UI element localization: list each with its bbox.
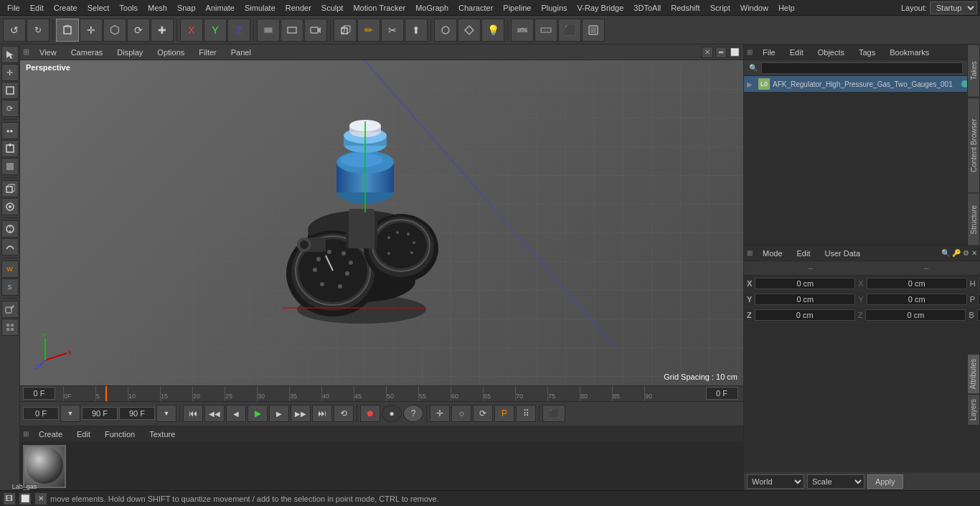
undo-btn[interactable]: ↺ — [3, 19, 26, 42]
x-pos-input[interactable] — [755, 278, 855, 289]
viewport-cameras-menu[interactable]: Cameras — [67, 47, 108, 57]
rotate-mode-btn[interactable]: ⟳ — [1, 100, 19, 117]
move-btn[interactable]: ✛ — [80, 19, 103, 42]
menu-redshift[interactable]: Redshift — [666, 2, 704, 14]
menu-3dtoall[interactable]: 3DToAll — [629, 2, 665, 14]
knife-btn[interactable]: ✂ — [381, 19, 404, 42]
menu-sculpt[interactable]: Sculpt — [317, 2, 348, 14]
menu-animate[interactable]: Animate — [202, 2, 239, 14]
attr-userdata-menu[interactable]: User Data — [821, 248, 865, 258]
viewport-display-menu[interactable]: Display — [113, 47, 147, 57]
menu-plugins[interactable]: Plugins — [537, 2, 571, 14]
z-rot-input[interactable] — [865, 309, 966, 321]
viewport-options-menu[interactable]: Options — [153, 47, 189, 57]
attr-settings-icon[interactable]: ⚙ — [963, 249, 969, 257]
brush-btn[interactable] — [434, 19, 457, 42]
viewport-lock-icon[interactable]: ✕ — [702, 47, 713, 58]
point-mode-btn[interactable]: ●● — [1, 122, 19, 139]
help-btn[interactable]: ? — [403, 405, 423, 422]
obj-mgr-expand-icon[interactable]: ⊞ — [747, 48, 753, 56]
viewport-filter-menu[interactable]: Filter — [194, 47, 220, 57]
takes-tab[interactable]: Takes — [967, 44, 980, 98]
obj-mode-icon[interactable]: ⬜ — [19, 492, 32, 505]
transform-mode-dropdown[interactable]: Scale — [807, 474, 864, 489]
floor-btn[interactable] — [511, 19, 534, 42]
menu-vray[interactable]: V-Ray Bridge — [573, 2, 628, 14]
attr-mode-menu[interactable]: Mode — [758, 248, 787, 258]
anim-btn[interactable]: ⟳ — [473, 405, 493, 422]
coord-system-dropdown[interactable]: World — [747, 474, 804, 489]
b-input[interactable] — [977, 309, 980, 321]
viewport[interactable]: Perspective — [20, 60, 743, 385]
menu-tools[interactable]: Tools — [115, 2, 142, 14]
poly-mode-btn[interactable] — [1, 158, 19, 175]
texture-btn[interactable] — [1, 198, 19, 215]
move-mode-btn[interactable]: ✛ — [1, 64, 19, 81]
menu-select[interactable]: Select — [83, 2, 114, 14]
end-frame-dropdown[interactable]: ▼ — [156, 405, 176, 422]
menu-pipeline[interactable]: Pipeline — [499, 2, 535, 14]
step-back-btn[interactable]: ◀ — [226, 405, 246, 422]
menu-render[interactable]: Render — [281, 2, 316, 14]
obj-search-field[interactable] — [761, 62, 963, 74]
menu-edit[interactable]: Edit — [26, 2, 48, 14]
schematic-btn[interactable]: ⬛ — [542, 405, 565, 422]
menu-create[interactable]: Create — [50, 2, 82, 14]
obj-mgr-edit-menu[interactable]: Edit — [786, 47, 808, 57]
grid-btn[interactable] — [1, 319, 19, 336]
z-axis-btn[interactable]: Z — [227, 19, 250, 42]
obj-mgr-objects-menu[interactable]: Objects — [814, 47, 849, 57]
play-btn[interactable]: ▶ — [248, 405, 268, 422]
attr-key-icon[interactable]: 🔑 — [952, 249, 961, 257]
attr-search-icon[interactable]: 🔍 — [941, 249, 950, 257]
menu-motion-tracker[interactable]: Motion Tracker — [349, 2, 410, 14]
x-axis-btn[interactable]: X — [180, 19, 203, 42]
attr-edit-menu[interactable]: Edit — [793, 248, 815, 258]
viewport-view-menu[interactable]: View — [35, 47, 61, 57]
extrude-btn[interactable]: ⬆ — [405, 19, 428, 42]
grid-tl-btn[interactable]: ⠿ — [516, 405, 536, 422]
record-btn[interactable] — [582, 19, 605, 42]
obj-search-btn[interactable]: 🔍 — [747, 62, 760, 75]
model-mode-btn[interactable] — [56, 19, 79, 42]
structure-tab[interactable]: Structure — [967, 193, 980, 246]
end-frame-input2[interactable] — [119, 407, 155, 420]
select-mode-btn[interactable] — [1, 46, 19, 63]
attr-close-icon[interactable]: ✕ — [971, 249, 977, 257]
mat-create-menu[interactable]: Create — [34, 429, 67, 439]
model-btn[interactable] — [1, 180, 19, 197]
viewport-expand-btn[interactable]: ⬜ — [729, 47, 740, 58]
select-btn[interactable]: ✚ — [151, 19, 174, 42]
attributes-tab[interactable]: Attributes — [967, 354, 980, 394]
loop-btn[interactable]: ⟲ — [334, 405, 354, 422]
menu-file[interactable]: File — [3, 2, 24, 14]
next-key-btn[interactable]: ▶▶ — [291, 405, 311, 422]
obj-mgr-tags-menu[interactable]: Tags — [854, 47, 880, 57]
end-frame-display[interactable] — [82, 407, 118, 420]
obj-paint-btn[interactable] — [1, 301, 19, 318]
content-browser-tab[interactable]: Content Browser — [967, 98, 980, 193]
cube-btn[interactable] — [334, 19, 357, 42]
menu-help[interactable]: Help — [774, 2, 799, 14]
floor2-btn[interactable]: ⬛ — [558, 19, 581, 42]
scale-btn[interactable]: ⬡ — [103, 19, 126, 42]
snap-btn[interactable] — [1, 220, 19, 238]
menu-character[interactable]: Character — [454, 2, 497, 14]
spline-btn[interactable]: S — [1, 278, 19, 296]
key-btn[interactable]: ◇ — [451, 405, 471, 422]
goto-start-btn[interactable]: ⏮ — [183, 405, 203, 422]
current-frame-input[interactable] — [23, 387, 55, 400]
close-status-icon[interactable]: ✕ — [34, 492, 47, 505]
record-status-icon[interactable]: 🎞 — [3, 492, 16, 505]
menu-script[interactable]: Script — [706, 2, 735, 14]
coord-btn[interactable]: ✛ — [430, 405, 450, 422]
camera-btn[interactable] — [304, 19, 327, 42]
obj-mgr-file-menu[interactable]: File — [758, 47, 780, 57]
draw-btn[interactable]: ✏ — [357, 19, 380, 42]
layers-tab[interactable]: Layers — [967, 394, 980, 426]
auto-key-btn[interactable]: ● — [382, 405, 402, 422]
z-pos-input[interactable] — [755, 309, 855, 321]
mat-texture-menu[interactable]: Texture — [145, 429, 179, 439]
attr-expand-icon[interactable]: ⊞ — [747, 249, 753, 257]
sculpt-btn[interactable] — [1, 238, 19, 256]
